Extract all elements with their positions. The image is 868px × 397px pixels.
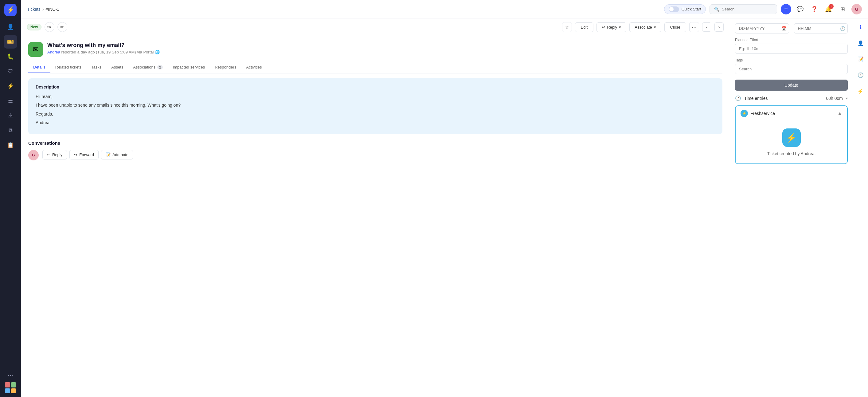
status-badge: New	[27, 24, 41, 30]
date-field-wrap: 📅	[735, 23, 789, 33]
date-input[interactable]	[735, 23, 789, 33]
description-line-3: Regards,	[36, 111, 715, 117]
description-heading: Description	[36, 85, 715, 89]
prev-ticket-button[interactable]: ‹	[702, 23, 711, 32]
clock-small-icon: 🕐	[735, 95, 741, 101]
close-button[interactable]: Close	[664, 23, 686, 32]
quick-start-label: Quick Start	[682, 7, 701, 11]
edit-pencil-btn[interactable]: ✏	[57, 22, 67, 32]
sidebar-item-user[interactable]: 👤	[4, 20, 17, 34]
ticket-meta: Andrea reported a day ago (Tue, 19 Sep 5…	[47, 50, 160, 54]
associate-dropdown-icon: ▾	[654, 25, 656, 30]
float-user-icon: 👤	[858, 40, 864, 46]
layers-icon: ⧉	[9, 127, 12, 134]
tab-associations[interactable]: Associations 2	[128, 62, 168, 73]
float-notes-btn[interactable]: 📝	[855, 54, 866, 64]
user-avatar[interactable]: G	[851, 4, 862, 14]
time-field-wrap: 🕐	[794, 23, 848, 33]
fs-icon: ⚡	[742, 111, 747, 116]
sidebar-more[interactable]: ⋯	[8, 372, 13, 378]
sidebar-item-bug[interactable]: 🐛	[4, 50, 17, 63]
ticket-reporter[interactable]: Andrea	[47, 50, 60, 54]
update-button[interactable]: Update	[735, 80, 848, 91]
time-entries-chevron[interactable]: ▾	[846, 96, 848, 100]
freshservice-chevron-up[interactable]: ▲	[837, 111, 842, 116]
shield-icon: 🛡	[8, 68, 13, 75]
fs-bolt-icon: ⚡	[786, 133, 797, 143]
planned-effort-input[interactable]	[735, 43, 848, 54]
time-entries-value: 00h 00m	[826, 96, 843, 101]
chat-icon: 💬	[797, 6, 804, 12]
planned-effort-label: Planned Effort	[735, 38, 848, 42]
reply-conv-button[interactable]: ↩ Reply	[42, 150, 67, 159]
star-button[interactable]: ☆	[562, 22, 572, 32]
edit-button[interactable]: Edit	[575, 23, 593, 32]
quick-start-toggle[interactable]: Quick Start	[664, 4, 706, 14]
tab-activities[interactable]: Activities	[241, 62, 267, 73]
add-note-button[interactable]: 📝 Add note	[101, 150, 133, 159]
sidebar-item-layers[interactable]: ⧉	[4, 124, 17, 137]
time-input[interactable]	[794, 23, 848, 33]
conversations-section: Conversations G ↩ Reply ↪ Forward	[28, 141, 722, 160]
tags-search-input[interactable]	[735, 64, 848, 74]
question-icon: ❓	[811, 6, 818, 12]
clock-icon: 🕐	[840, 26, 845, 31]
tab-responders[interactable]: Responders	[210, 62, 241, 73]
tab-related-tickets[interactable]: Related tickets	[50, 62, 86, 73]
sidebar-app-grid[interactable]	[5, 382, 16, 393]
sidebar-item-tickets[interactable]: 🎫	[4, 35, 17, 49]
breadcrumb: Tickets › #INC-1	[27, 7, 59, 12]
float-user-btn[interactable]: 👤	[855, 37, 866, 49]
chevron-left-icon: ‹	[706, 25, 708, 30]
tab-impacted-services[interactable]: Impacted services	[168, 62, 210, 73]
forward-conv-icon: ↪	[74, 152, 78, 157]
right-float-panel: ℹ 👤 📝 🕐 ⚡	[852, 19, 868, 397]
view-icon-btn[interactable]: 👁	[44, 22, 54, 32]
lightning-icon: ⚡	[7, 83, 14, 89]
notification-btn[interactable]: 🔔 1	[823, 4, 834, 14]
reply-conv-label: Reply	[52, 152, 62, 157]
associate-label: Associate	[634, 25, 652, 30]
tab-assets[interactable]: Assets	[106, 62, 128, 73]
sidebar-item-shield[interactable]: 🛡	[4, 64, 17, 78]
list-icon: ☰	[8, 97, 13, 104]
tab-impacted-services-label: Impacted services	[173, 65, 205, 69]
search-bar[interactable]: 🔍	[710, 4, 777, 14]
sidebar-item-alert[interactable]: ⚠	[4, 109, 17, 122]
globe-icon: 🌐	[155, 50, 160, 54]
main-area: Tickets › #INC-1 Quick Start 🔍 + 💬 ❓ 🔔 1	[21, 0, 868, 397]
tab-details[interactable]: Details	[28, 62, 50, 73]
tab-associations-badge: 2	[157, 65, 163, 69]
float-clock-btn[interactable]: 🕐	[855, 69, 866, 81]
chat-icon-btn[interactable]: 💬	[795, 4, 805, 14]
more-options-button[interactable]: ⋯	[689, 22, 699, 32]
next-ticket-button[interactable]: ›	[714, 23, 724, 32]
sidebar-item-lightning[interactable]: ⚡	[4, 79, 17, 93]
lightning-logo-icon: ⚡	[7, 6, 14, 13]
ticket-header: ✉ What's wrong with my email? Andrea rep…	[28, 42, 722, 57]
sidebar-item-list[interactable]: ☰	[4, 94, 17, 108]
help-icon-btn[interactable]: ❓	[809, 4, 819, 14]
float-info-btn[interactable]: ℹ	[855, 22, 866, 33]
freshservice-name: Freshservice	[750, 111, 775, 116]
sidebar-item-docs[interactable]: 📋	[4, 138, 17, 152]
tab-tasks-label: Tasks	[91, 65, 101, 69]
sidebar: ⚡ 👤 🎫 🐛 🛡 ⚡ ☰ ⚠ ⧉ 📋 ⋯	[0, 0, 21, 397]
float-lightning-btn[interactable]: ⚡	[855, 85, 866, 96]
apps-icon-btn[interactable]: ⊞	[837, 4, 848, 14]
add-button[interactable]: +	[781, 4, 791, 14]
search-input[interactable]	[722, 7, 773, 11]
float-clock-icon: 🕐	[858, 72, 864, 78]
tab-related-tickets-label: Related tickets	[55, 65, 82, 69]
reply-button[interactable]: ↩ Reply ▾	[596, 23, 626, 32]
forward-conv-button[interactable]: ↪ Forward	[69, 150, 99, 159]
float-lightning-icon: ⚡	[858, 88, 864, 94]
apps-icon: ⊞	[840, 6, 845, 12]
description-line-2: I have been unable to send any emails si…	[36, 102, 715, 109]
associate-button[interactable]: Associate ▾	[629, 23, 661, 32]
conversation-actions: ↩ Reply ↪ Forward 📝 Add note	[42, 150, 133, 159]
breadcrumb-tickets[interactable]: Tickets	[27, 7, 40, 12]
sidebar-logo[interactable]: ⚡	[4, 4, 17, 16]
tab-tasks[interactable]: Tasks	[86, 62, 106, 73]
freshservice-card-text: Ticket created by Andrea.	[767, 151, 815, 156]
